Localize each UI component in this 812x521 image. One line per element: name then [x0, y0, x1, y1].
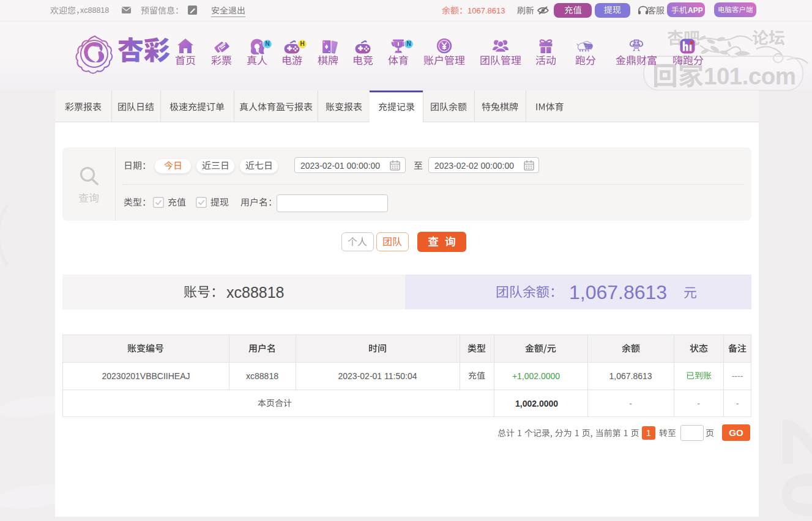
- svg-text:N: N: [265, 40, 269, 47]
- svg-text:H: H: [300, 40, 304, 47]
- svg-text:N: N: [406, 40, 411, 47]
